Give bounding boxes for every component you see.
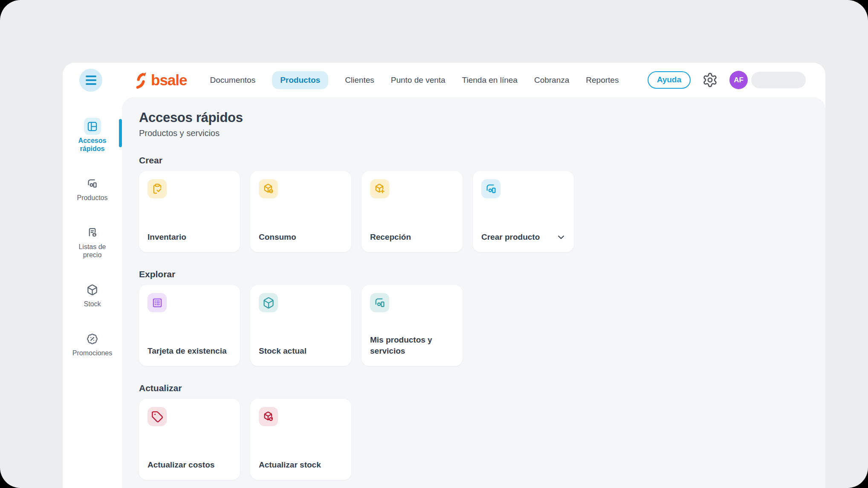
card-inventario[interactable]: Inventario [139, 171, 240, 252]
card-label: Actualizar stock [259, 459, 321, 471]
card-tarjeta-de-existencia[interactable]: Tarjeta de existencia [139, 285, 240, 366]
tag-icon [148, 407, 167, 426]
nav-item-clientes[interactable]: Clientes [345, 76, 374, 85]
section-title: Explorar [139, 269, 808, 279]
card-stock-actual[interactable]: Stock actual [250, 285, 351, 366]
cube-refresh-icon [259, 407, 278, 426]
sections: CrearInventarioConsumoRecepciónCrear pro… [139, 155, 808, 480]
avatar[interactable]: AF [729, 71, 748, 89]
sidebar-item-productos[interactable]: Productos [63, 175, 122, 202]
card-label: Recepción [370, 232, 411, 243]
cube-icon [259, 293, 278, 312]
nav-item-cobranza[interactable]: Cobranza [534, 76, 569, 85]
bsale-logo-mark [134, 72, 148, 89]
cube-plus-icon [370, 179, 389, 198]
card-row: Actualizar costosActualizar stock [139, 399, 808, 480]
app-window: bsale DocumentosProductosClientesPunto d… [63, 63, 825, 488]
page-background: bsale DocumentosProductosClientesPunto d… [0, 0, 868, 488]
section-title: Actualizar [139, 383, 808, 393]
sidebar: Accesos rápidosProductos$Listas de preci… [63, 97, 122, 488]
card-actualizar-stock[interactable]: Actualizar stock [250, 399, 351, 480]
topbar: bsale DocumentosProductosClientesPunto d… [63, 63, 825, 97]
user-name-placeholder[interactable] [751, 72, 806, 88]
sidebar-item-listas-de-precio[interactable]: $Listas de precio [63, 224, 122, 259]
sidebar-item-accesos-rapidos[interactable]: Accesos rápidos [63, 118, 122, 153]
sidebar-item-label: Promociones [71, 349, 114, 357]
card-recepcion[interactable]: Recepción [362, 171, 463, 252]
card-mis-productos-y-servicios[interactable]: Mis productos y servicios [362, 285, 463, 366]
sidebar-item-label: Accesos rápidos [71, 137, 114, 153]
card-consumo[interactable]: Consumo [250, 171, 351, 252]
sidebar-item-label: Listas de precio [71, 243, 114, 259]
section-actualizar: ActualizarActualizar costosActualizar st… [139, 383, 808, 480]
card-label: Consumo [259, 232, 296, 243]
page-title: Accesos rápidos [139, 110, 808, 125]
card-row: Tarjeta de existenciaStock actualMis pro… [139, 285, 808, 366]
sidebar-item-label: Stock [71, 300, 114, 308]
card-actualizar-costos[interactable]: Actualizar costos [139, 399, 240, 480]
product-scan-icon [370, 293, 389, 312]
hamburger-menu-button[interactable] [79, 69, 102, 92]
card-label: Crear producto [481, 232, 540, 243]
percent-badge-icon [84, 330, 101, 347]
nav-item-punto-de-venta[interactable]: Punto de venta [391, 76, 446, 85]
section-crear: CrearInventarioConsumoRecepciónCrear pro… [139, 155, 808, 252]
product-scan-icon [481, 179, 501, 198]
nav-item-productos[interactable]: Productos [272, 71, 328, 89]
hamburger-icon [86, 76, 96, 77]
help-button[interactable]: Ayuda [648, 71, 691, 89]
section-explorar: ExplorarTarjeta de existenciaStock actua… [139, 269, 808, 366]
card-label: Tarjeta de existencia [148, 346, 227, 357]
svg-text:$: $ [93, 232, 95, 236]
card-label: Inventario [148, 232, 186, 243]
sidebar-item-promociones[interactable]: Promociones [63, 330, 122, 357]
settings-gear-icon[interactable] [702, 72, 718, 88]
card-label: Actualizar costos [148, 459, 214, 471]
price-list-icon: $ [84, 224, 101, 241]
bsale-logo[interactable]: bsale [134, 72, 187, 89]
active-indicator [119, 119, 122, 147]
product-scan-icon [84, 175, 101, 192]
page-subtitle: Productos y servicios [139, 128, 808, 138]
clipboard-check-icon [148, 179, 167, 198]
cube-icon [84, 281, 101, 298]
sidebar-item-label: Productos [71, 194, 114, 202]
section-title: Crear [139, 155, 808, 166]
nav-item-reportes[interactable]: Reportes [586, 76, 619, 85]
primary-nav: DocumentosProductosClientesPunto de vent… [210, 71, 619, 89]
nav-item-documentos[interactable]: Documentos [210, 76, 256, 85]
card-label: Mis productos y servicios [370, 334, 455, 357]
sidebar-item-stock[interactable]: Stock [63, 281, 122, 308]
chevron-down-icon[interactable] [556, 232, 566, 242]
layout-grid-icon [84, 118, 101, 135]
content-area: Accesos rápidos Productos y servicios Cr… [122, 97, 825, 488]
list-card-icon [148, 293, 167, 312]
card-row: InventarioConsumoRecepciónCrear producto [139, 171, 808, 252]
card-label: Stock actual [259, 346, 307, 357]
nav-item-tienda-en-linea[interactable]: Tienda en línea [462, 76, 518, 85]
cube-alert-icon [259, 179, 278, 198]
card-crear-producto[interactable]: Crear producto [473, 171, 574, 252]
logo-text: bsale [151, 72, 187, 89]
